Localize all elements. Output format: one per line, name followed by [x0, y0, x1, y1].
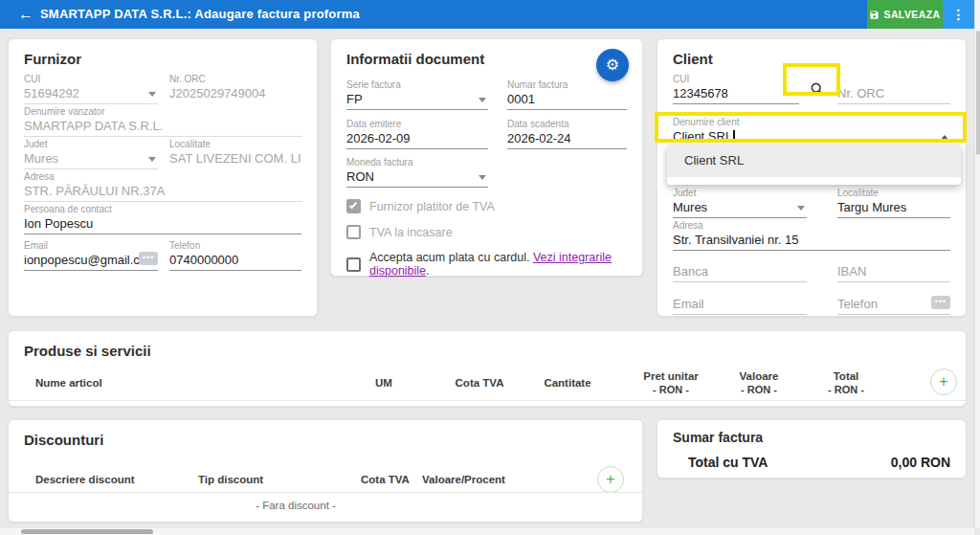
furnizor-title: Furnizor	[24, 51, 81, 67]
checkbox-unchecked-icon[interactable]	[346, 257, 361, 272]
discounts-divider	[9, 492, 642, 493]
field-value: Ion Popescu	[24, 215, 301, 234]
link-suffix: .	[426, 264, 429, 278]
field-label: Nr. ORC	[169, 74, 301, 84]
column-header-nume-articol: Nume articol	[35, 377, 102, 389]
vertical-scrollbar[interactable]	[974, 0, 980, 528]
chevron-down-icon[interactable]	[148, 92, 156, 97]
column-header-valoare-procent: Valoare/Procent	[422, 474, 505, 485]
column-header-tip-discount: Tip discount	[198, 474, 263, 485]
column-label: Valoare	[740, 370, 779, 382]
column-header-valoare: Valoare - RON -	[740, 370, 779, 395]
add-product-button[interactable]: +	[930, 368, 957, 395]
column-header-descriere-discount: Descriere discount	[35, 474, 135, 485]
save-button[interactable]: SALVEAZA	[867, 0, 943, 29]
discounts-title: Discounturi	[24, 432, 103, 448]
chevron-down-icon[interactable]	[479, 175, 486, 180]
client-banca-field[interactable]: Banca	[673, 263, 807, 282]
field-label: Denumire client	[673, 117, 950, 127]
furnizor-persoana-field[interactable]: Persoana de contact Ion Popescu	[24, 204, 301, 234]
client-cui-field[interactable]: CUI 12345678	[673, 74, 799, 104]
furnizor-telefon-field[interactable]: Telefon 0740000000	[169, 240, 301, 271]
field-value: Str. Transilvaniei nr. 15	[673, 232, 950, 251]
data-emitere-field[interactable]: Data emitere 2026-02-09	[346, 119, 488, 149]
column-header-cota-tva: Cota TVA	[456, 377, 504, 389]
chevron-up-icon[interactable]	[941, 135, 948, 140]
field-value: Mures	[24, 150, 158, 169]
column-header-um: UM	[375, 377, 392, 389]
products-divider	[9, 400, 966, 401]
client-email-field[interactable]: Email	[673, 296, 807, 315]
checkbox-furnizor-platitor-tva[interactable]: Furnizor platitor de TVA	[346, 199, 495, 213]
numar-factura-field[interactable]: Numar factura 0001	[507, 79, 627, 110]
client-denumire-field[interactable]: Denumire client Client SRL	[673, 117, 950, 147]
field-value: 12345678	[673, 85, 799, 104]
client-row-judet: Judet Mures Localitate Targu Mures	[673, 188, 950, 218]
client-nr-orc-field[interactable]: Nr. ORC	[837, 74, 950, 104]
furnizor-panel: Furnizor CUI 51694292 Nr. ORC J202502974…	[8, 38, 318, 317]
furnizor-row-adresa: Adresa STR. PĂRĂULUI NR.37A	[24, 171, 301, 202]
back-arrow-icon[interactable]: ←	[15, 4, 36, 25]
field-label: Telefon	[169, 240, 301, 251]
client-localitate-field[interactable]: Localitate Targu Mures	[837, 188, 950, 218]
furnizor-row-persoana: Persoana de contact Ion Popescu	[24, 204, 301, 234]
text-cursor	[733, 130, 735, 143]
furnizor-judet-field[interactable]: Judet Mures	[24, 139, 158, 169]
furnizor-row-denumire: Denumire vanzator SMARTAPP DATA S.R.L.	[24, 106, 301, 137]
contacts-icon[interactable]: •••	[139, 252, 158, 265]
furnizor-nr-orc-field[interactable]: Nr. ORC J2025029749004	[169, 74, 301, 103]
gear-icon[interactable]: ⚙	[596, 49, 629, 81]
client-iban-field[interactable]: IBAN	[837, 263, 950, 282]
field-value: STR. PĂRĂULUI NR.37A	[24, 183, 301, 202]
client-row-cui: CUI 12345678 Nr. ORC	[673, 74, 950, 104]
data-scadenta-field[interactable]: Data scadenta 2026-02-24	[507, 119, 627, 149]
horizontal-scrollbar-thumb[interactable]	[21, 529, 153, 534]
furnizor-cui-field[interactable]: CUI 51694292	[24, 74, 158, 104]
autocomplete-option[interactable]: Client SRL	[667, 145, 961, 177]
document-row-moneda: Moneda factura RON	[346, 157, 627, 188]
discounts-empty-state: - Fara discount -	[9, 500, 583, 511]
field-label: Data scadenta	[507, 119, 627, 129]
checkbox-plata-cu-cardul[interactable]: Accepta acum plata cu cardul. Vezi integ…	[346, 251, 642, 278]
field-value: 0740000000	[169, 252, 301, 271]
furnizor-localitate-field[interactable]: Localitate SAT LIVEZENI COM. LIVEZENI	[169, 139, 301, 168]
client-autocomplete-menu: Client SRL	[667, 145, 961, 185]
search-icon[interactable]	[810, 81, 825, 97]
field-label: Adresa	[673, 220, 950, 231]
field-value: SAT LIVEZENI COM. LIVEZENI	[169, 150, 301, 168]
furnizor-row-judet: Judet Mures Localitate SAT LIVEZENI COM.…	[24, 139, 301, 169]
checkbox-unchecked-icon[interactable]	[346, 225, 361, 239]
field-label	[837, 74, 950, 84]
client-adresa-field[interactable]: Adresa Str. Transilvaniei nr. 15	[673, 220, 950, 251]
field-placeholder: IBAN	[837, 263, 950, 282]
add-discount-button[interactable]: +	[597, 466, 624, 493]
field-placeholder: Email	[673, 296, 807, 315]
checkbox-tva-la-incasare[interactable]: TVA la incasare	[346, 225, 453, 239]
furnizor-row-cui: CUI 51694292 Nr. ORC J2025029749004	[24, 74, 301, 104]
checkbox-checked-icon[interactable]	[346, 199, 361, 213]
serie-factura-field[interactable]: Serie factura FP	[346, 79, 488, 110]
client-row-adresa: Adresa Str. Transilvaniei nr. 15	[673, 220, 950, 251]
client-judet-field[interactable]: Judet Mures	[673, 188, 807, 218]
furnizor-adresa-field[interactable]: Adresa STR. PĂRĂULUI NR.37A	[24, 171, 301, 202]
chevron-down-icon[interactable]	[148, 157, 156, 162]
moneda-factura-field[interactable]: Moneda factura RON	[346, 157, 488, 188]
contacts-icon[interactable]: •••	[931, 296, 950, 309]
chevron-down-icon[interactable]	[797, 206, 805, 211]
chevron-down-icon[interactable]	[479, 98, 486, 102]
client-cui-search-button[interactable]	[810, 81, 825, 100]
checkbox-label: Accepta acum plata cu cardul. Vezi integ…	[369, 251, 642, 278]
furnizor-email-field[interactable]: Email ionpopescu@gmail.com •••	[24, 240, 158, 271]
document-row-serie: Serie factura FP Numar factura 0001	[346, 79, 627, 110]
vertical-scrollbar-thumb[interactable]	[976, 31, 980, 155]
field-placeholder: Banca	[673, 263, 807, 282]
checkbox-label: TVA la incasare	[369, 226, 453, 239]
client-telefon-field[interactable]: Telefon •••	[837, 296, 950, 315]
field-value: 2026-02-24	[507, 130, 627, 149]
horizontal-scrollbar[interactable]	[0, 528, 974, 535]
document-row-date: Data emitere 2026-02-09 Data scadenta 20…	[346, 119, 627, 149]
field-label: Persoana de contact	[24, 204, 301, 214]
furnizor-denumire-field[interactable]: Denumire vanzator SMARTAPP DATA S.R.L.	[24, 106, 301, 137]
kebab-menu-icon[interactable]: ⋮	[943, 0, 974, 29]
field-value: SMARTAPP DATA S.R.L.	[24, 118, 301, 137]
